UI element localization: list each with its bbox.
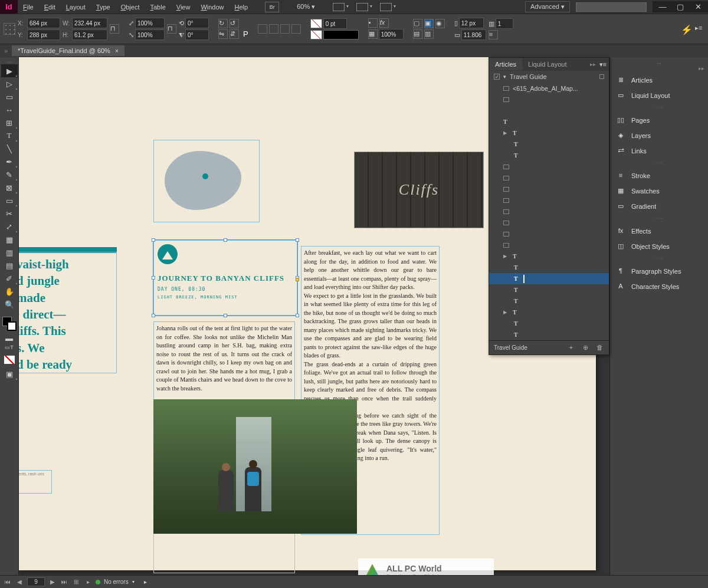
panel-swatches[interactable]: ▦Swatches [610,183,708,199]
search-input[interactable] [576,2,647,12]
rotate-cw-icon[interactable]: ↻ [218,19,228,28]
article-item[interactable]: <615_Adobe_AI_Map... [489,83,609,94]
panel-links[interactable]: ⮂Links [610,143,708,159]
rotate-input[interactable] [185,18,209,28]
selection-handle[interactable] [296,238,299,242]
page-input[interactable] [27,577,45,586]
article-item[interactable] [489,228,609,239]
view-options-icon[interactable] [333,3,345,11]
hand-tool[interactable]: ✋ [1,285,18,298]
next-page-button[interactable]: ▶ [48,579,57,585]
preflight-errors-label[interactable]: No errors [104,579,129,585]
article-item[interactable]: T [489,284,609,295]
drop-shadow-icon[interactable]: ▪ [368,18,378,28]
panel-pages[interactable]: ▯▯Pages [610,113,708,128]
gradient-feather-tool[interactable]: ▥ [1,246,18,259]
article-item[interactable] [489,195,609,206]
stroke-weight-input[interactable] [323,18,347,29]
article-item[interactable] [489,161,609,172]
article-item[interactable] [489,172,609,183]
opacity-input[interactable] [379,29,404,40]
tab-articles[interactable]: Articles [489,58,522,70]
flip-h-icon[interactable]: ⇋ [218,29,228,39]
free-transform-tool[interactable]: ⤢ [1,220,18,233]
y-input[interactable] [27,29,60,40]
gutter-input[interactable] [461,29,486,40]
panel-object-styles[interactable]: ◫Object Styles [610,239,708,254]
article-item[interactable]: T [489,150,609,161]
reference-point-icon[interactable] [4,23,15,35]
height-input[interactable] [72,29,107,40]
article-item[interactable] [489,217,609,228]
menu-window[interactable]: Window [195,1,229,13]
select-container-icon[interactable] [258,24,267,34]
gap-tool[interactable]: ↔ [1,103,18,116]
last-page-button[interactable]: ⏭ [60,579,68,585]
first-page-button[interactable]: ⏮ [4,579,12,585]
expand-arrow-icon[interactable]: ▶ [503,310,509,315]
status-menu-button[interactable]: ▸ [144,579,147,585]
panel-effects[interactable]: fxEffects [610,224,708,239]
eyedropper-tool[interactable]: ✐ [1,272,18,285]
add-selection-button[interactable]: ⊕ [581,344,590,352]
line-tool[interactable]: ╲ [1,142,18,155]
panel-articles[interactable]: ≣Articles [610,73,708,88]
formatting-container-icon[interactable]: ▭T [1,343,18,352]
article-item[interactable]: ▶T [489,127,609,139]
article-item[interactable]: ▶T [489,251,609,262]
selection-handle[interactable] [152,238,155,242]
article-item[interactable] [489,183,609,195]
workspace-select[interactable]: Advanced ▾ [525,1,570,12]
close-button[interactable]: ✕ [691,2,704,11]
panel-paragraph-styles[interactable]: ¶Paragraph Styles [610,264,708,279]
article-item[interactable]: T [489,116,609,127]
article-item[interactable]: T [489,139,609,150]
width-input[interactable] [72,18,107,28]
panel-gradient[interactable]: ▭Gradient [610,199,708,214]
tab-handle-icon[interactable]: » [0,44,12,57]
article-item[interactable]: T [489,329,609,340]
article-item[interactable]: T [489,295,609,307]
balance-cols-icon[interactable]: ≡ [489,30,498,40]
article-item[interactable] [489,94,609,105]
menu-table[interactable]: Table [145,1,171,13]
pencil-tool[interactable]: ✎ [1,168,18,181]
select-prev-icon[interactable] [280,24,290,34]
new-article-button[interactable]: + [566,344,576,352]
article-item[interactable]: T [489,318,609,329]
cols-input[interactable] [496,18,513,29]
stroke-swatch[interactable] [310,30,322,40]
gradient-swatch-tool[interactable]: ▦ [1,233,18,246]
article-item[interactable]: T [489,262,609,273]
wrap-jump-icon[interactable]: ▤ [413,29,422,39]
select-next-icon[interactable] [291,24,301,34]
body-column-1[interactable]: Johanna rolls out of the tent at first l… [153,321,295,404]
panel-menu-icon[interactable]: ▸≡ [695,24,704,34]
selection-tool[interactable]: ▶ [1,64,18,77]
wrap-none-icon[interactable]: ▢ [413,19,422,28]
apply-color-icon[interactable]: ▬ [1,333,18,343]
selection-handle[interactable] [224,314,227,317]
type-tool[interactable]: T [1,129,18,142]
rotate-ccw-icon[interactable]: ↺ [230,19,239,28]
panel-character-styles[interactable]: ACharacter Styles [610,279,708,294]
fill-swatch[interactable] [310,19,322,28]
pen-tool[interactable]: ✒ [1,155,18,168]
menu-help[interactable]: Help [230,1,254,13]
snippet-frame[interactable]: ents, rash ons [19,470,52,494]
selection-handle[interactable] [224,238,227,242]
menu-object[interactable]: Object [116,1,145,13]
panel-stroke[interactable]: ≡Stroke [610,168,708,183]
delete-article-button[interactable]: 🗑 [595,344,604,352]
selection-handle[interactable] [152,276,155,280]
fill-stroke-swatch[interactable] [2,317,17,331]
page-tool[interactable]: ▭ [1,90,18,103]
maximize-button[interactable]: ▢ [674,2,687,11]
map-frame[interactable] [153,140,260,222]
wrap-bbox-icon[interactable]: ▣ [424,19,434,28]
empty-frame[interactable] [153,532,295,573]
master-page-button[interactable]: ⊞ [72,579,80,585]
tab-close-icon[interactable]: × [115,48,119,54]
rotation-handle[interactable] [296,278,299,281]
x-input[interactable] [27,18,60,28]
